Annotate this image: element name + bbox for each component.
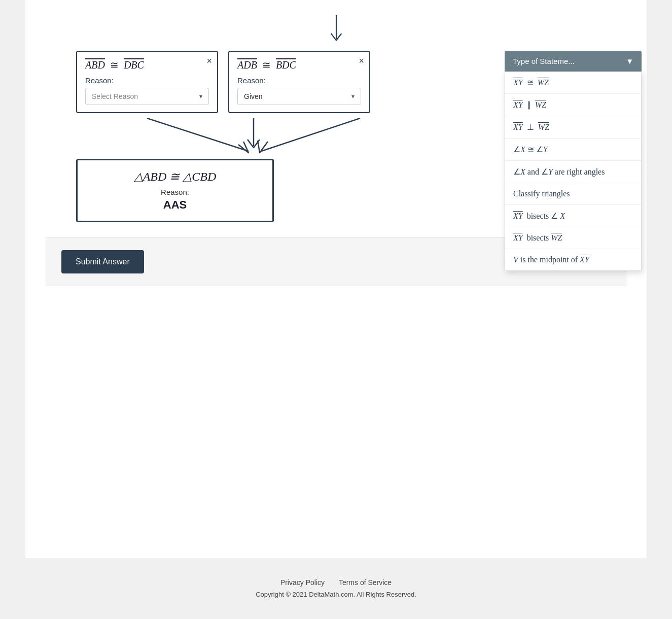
chevron-icon-2: ▾: [351, 93, 355, 100]
math-bdc: BDC: [276, 59, 296, 71]
item6-text: Classify triangles: [513, 189, 570, 198]
statement-box-2: × ADB ≅ BDC Reason: Given ▾: [228, 51, 370, 113]
converging-arrows: [46, 118, 626, 159]
svg-line-3: [261, 118, 360, 151]
type-dropdown-area: Type of Stateme... ▼ XY ≅ WZ XY ∥ WZ XY …: [505, 51, 642, 271]
dropdown-item-congruent-segments[interactable]: XY ≅ WZ: [505, 72, 641, 94]
reason-label-1: Reason:: [85, 76, 209, 85]
submit-button[interactable]: Submit Answer: [61, 250, 144, 273]
statement-math-2: ADB ≅ BDC: [237, 59, 361, 71]
reason-value-2: Given: [244, 92, 263, 100]
item1-xy: XY: [513, 78, 523, 87]
item7-xy: XY: [513, 212, 523, 221]
conclusion-box: △ABD ≅ △CBD Reason: AAS: [76, 159, 274, 222]
item8-wz: WZ: [551, 233, 562, 243]
dropdown-item-bisects-segment[interactable]: XY bisects WZ: [505, 227, 641, 249]
math-cong-1: ≅: [110, 59, 119, 71]
reason-placeholder-1: Select Reason: [92, 92, 138, 100]
math-dbc: DBC: [124, 59, 144, 71]
type-dropdown-label: Type of Stateme...: [513, 57, 575, 65]
arrow-down-top: [46, 15, 626, 46]
privacy-policy-link[interactable]: Privacy Policy: [280, 578, 325, 587]
footer-links: Privacy Policy Terms of Service: [0, 578, 672, 587]
type-dropdown-chevron: ▼: [626, 57, 633, 65]
reason-select-1[interactable]: Select Reason ▾: [85, 88, 209, 105]
main-content: × ABD ≅ DBC Reason: Select Reason ▾ × AD…: [25, 0, 647, 558]
dropdown-item-midpoint[interactable]: V is the midpoint of XY: [505, 249, 641, 270]
reason-select-2[interactable]: Given ▾: [237, 88, 361, 105]
dropdown-item-bisects-angle[interactable]: XY bisects ∠X: [505, 205, 641, 227]
item1-wz: WZ: [538, 78, 549, 87]
conclusion-math: △ABD ≅ △CBD: [93, 169, 257, 184]
item2-xy: XY: [513, 100, 523, 110]
type-dropdown-list: XY ≅ WZ XY ∥ WZ XY ⊥ WZ ∠X ≅ ∠Y ∠X and ∠…: [505, 72, 642, 271]
close-box-2[interactable]: ×: [359, 56, 364, 66]
item8-xy: XY: [513, 233, 523, 243]
item9-text: V is the midpoint of XY: [513, 255, 589, 264]
footer-copyright: Copyright © 2021 DeltaMath.com. All Righ…: [0, 591, 672, 598]
close-box-1[interactable]: ×: [206, 56, 212, 66]
math-abd: ABD: [85, 59, 105, 71]
conclusion-reason-value: AAS: [93, 198, 257, 212]
statement-box-1: × ABD ≅ DBC Reason: Select Reason ▾: [76, 51, 218, 113]
dropdown-item-classify[interactable]: Classify triangles: [505, 183, 641, 205]
chevron-icon-1: ▾: [199, 93, 202, 100]
conclusion-reason-label: Reason:: [93, 188, 257, 196]
math-adb: ADB: [237, 59, 257, 71]
reason-label-2: Reason:: [237, 76, 361, 85]
terms-of-service-link[interactable]: Terms of Service: [339, 578, 392, 587]
type-dropdown-header[interactable]: Type of Stateme... ▼: [505, 51, 642, 72]
footer: Privacy Policy Terms of Service Copyrigh…: [0, 558, 672, 603]
top-statement-row: × ABD ≅ DBC Reason: Select Reason ▾ × AD…: [46, 51, 626, 113]
math-cong-2: ≅: [262, 59, 271, 71]
item2-wz: WZ: [535, 100, 546, 110]
dropdown-item-parallel[interactable]: XY ∥ WZ: [505, 94, 641, 116]
svg-line-1: [147, 118, 249, 151]
statement-math-1: ABD ≅ DBC: [85, 59, 209, 71]
item5-text: ∠X and ∠Y are right angles: [513, 167, 605, 177]
dropdown-item-right-angles[interactable]: ∠X and ∠Y are right angles: [505, 161, 641, 183]
